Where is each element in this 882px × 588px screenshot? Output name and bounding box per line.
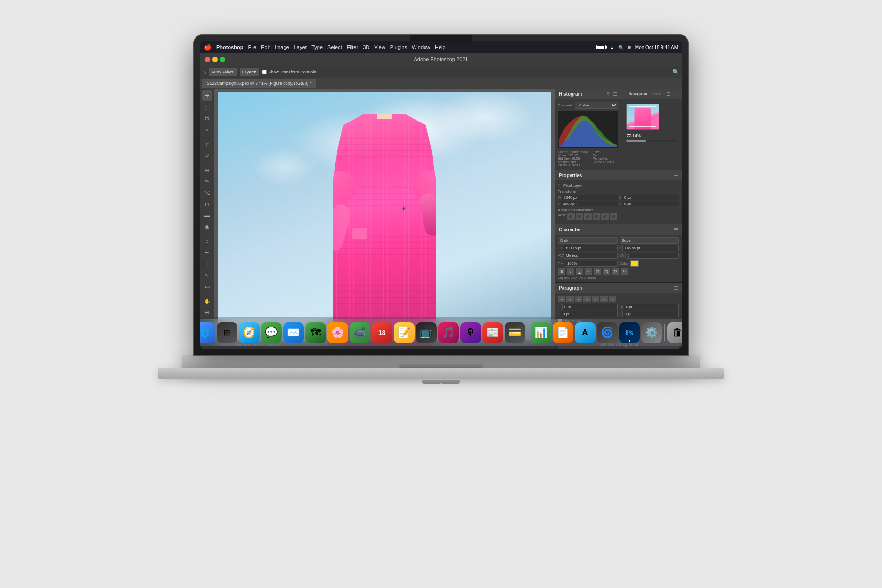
- show-transform-label[interactable]: Show Transform Controls: [262, 70, 316, 74]
- font-size-input[interactable]: 190.15 pt: [563, 245, 618, 251]
- smallcaps-button[interactable]: Tt: [603, 268, 610, 275]
- show-transform-checkbox[interactable]: [262, 70, 267, 74]
- fullscreen-button[interactable]: [220, 57, 225, 62]
- dock-mail[interactable]: ✉️: [283, 322, 304, 343]
- align-bottom-button[interactable]: ⬛: [610, 213, 617, 220]
- justify-right-button[interactable]: ≡: [600, 296, 608, 302]
- menubar-app-name[interactable]: Photoshop: [216, 44, 243, 50]
- dock-photoshop[interactable]: Ps: [619, 322, 640, 343]
- strikethrough-button[interactable]: S̶: [585, 268, 592, 275]
- align-right-button[interactable]: ⬛: [584, 213, 592, 220]
- align-middle-button[interactable]: ⬛: [601, 213, 609, 220]
- dock-numbers[interactable]: 📊: [531, 322, 551, 343]
- close-button[interactable]: [205, 57, 210, 62]
- dock-notes[interactable]: 📝: [394, 322, 415, 343]
- menubar-layer[interactable]: Layer: [294, 44, 307, 50]
- font-family-select[interactable]: Druk: [558, 237, 618, 244]
- align-left-para-button[interactable]: ≡: [558, 296, 565, 302]
- justify-left-button[interactable]: ≡: [583, 296, 591, 302]
- blur-tool[interactable]: ◉: [202, 221, 212, 232]
- kerning-select[interactable]: Metrics: [564, 253, 617, 259]
- align-left-button[interactable]: ⬛: [567, 213, 575, 220]
- align-right-para-button[interactable]: ≡: [575, 296, 582, 302]
- menubar-filter[interactable]: Filter: [347, 44, 358, 50]
- font-style-select[interactable]: Super: [620, 237, 679, 244]
- dock-calendar[interactable]: 18: [372, 322, 392, 343]
- canvas-area[interactable]: + 77.14% 2640 px x 3300 px (300 ppi): [214, 89, 555, 349]
- tab-navigator[interactable]: Navigator: [625, 91, 651, 96]
- italic-button[interactable]: I: [567, 268, 574, 275]
- menubar-select[interactable]: Select: [327, 44, 342, 50]
- path-select-tool[interactable]: ↖: [202, 270, 212, 280]
- marquee-tool[interactable]: ⬚: [202, 102, 212, 112]
- dock-systemprefs[interactable]: ⚙️: [641, 322, 662, 343]
- dock-appletv[interactable]: 📺: [416, 322, 437, 343]
- navigator-menu-icon[interactable]: ☰: [666, 91, 670, 97]
- width-value[interactable]: 2640 px: [562, 195, 618, 200]
- menubar-edit[interactable]: Edit: [261, 44, 270, 50]
- subscript-button[interactable]: T₁: [621, 268, 628, 275]
- clone-tool[interactable]: ⌥: [202, 188, 212, 198]
- align-center-para-button[interactable]: ≡: [566, 296, 574, 302]
- menubar-window[interactable]: Window: [412, 44, 430, 50]
- height-value[interactable]: 3300 px: [561, 201, 618, 206]
- magic-wand-tool[interactable]: ✧: [202, 124, 212, 135]
- auto-select-button[interactable]: Auto-Select:: [209, 68, 237, 76]
- bold-button[interactable]: B: [558, 268, 565, 275]
- histogram-header[interactable]: Histogram ↻ ☰: [555, 89, 621, 99]
- apple-logo-icon[interactable]: 🍎: [204, 44, 212, 51]
- dock-pages[interactable]: 📄: [553, 322, 573, 343]
- shape-tool[interactable]: ▭: [202, 281, 212, 292]
- indent-left-input[interactable]: 0 pt: [562, 304, 618, 310]
- properties-menu-icon[interactable]: ☰: [674, 173, 678, 178]
- menubar-help[interactable]: Help: [435, 44, 446, 50]
- type-tool[interactable]: T: [202, 259, 212, 269]
- hand-tool[interactable]: ✋: [202, 296, 212, 306]
- eraser-tool[interactable]: ◻: [202, 199, 212, 209]
- dock-trash[interactable]: 🗑: [667, 322, 682, 343]
- menubar-plugins[interactable]: Plugins: [390, 44, 407, 50]
- menubar-file[interactable]: File: [248, 44, 256, 50]
- tab-info[interactable]: Info: [651, 91, 664, 96]
- menubar-3d[interactable]: 3D: [363, 44, 369, 50]
- dock-monterey[interactable]: 🌀: [597, 322, 618, 343]
- justify-center-button[interactable]: ≡: [592, 296, 599, 302]
- dock-finder[interactable]: 🌐: [200, 322, 215, 343]
- properties-header[interactable]: Properties ☰: [555, 170, 682, 180]
- pen-tool[interactable]: ✒: [202, 247, 212, 258]
- histogram-menu-icon[interactable]: ☰: [613, 91, 617, 97]
- gradient-tool[interactable]: ▬: [202, 210, 212, 220]
- paragraph-header[interactable]: Paragraph ☰: [555, 283, 682, 293]
- leading-input[interactable]: 145.59 pt: [622, 245, 679, 251]
- layer-dropdown[interactable]: Layer ▼: [240, 68, 259, 76]
- menubar-type[interactable]: Type: [311, 44, 323, 50]
- character-menu-icon[interactable]: ☰: [674, 227, 678, 232]
- minimize-button[interactable]: [212, 57, 218, 62]
- dock-messages[interactable]: 💬: [261, 322, 282, 343]
- home-icon[interactable]: ⌂: [203, 69, 206, 75]
- scale-h-input[interactable]: 100%: [565, 261, 618, 267]
- histogram-refresh-icon[interactable]: ↻: [607, 91, 611, 97]
- zoom-tool[interactable]: ⊕: [202, 307, 212, 318]
- lasso-tool[interactable]: ᗢ: [202, 113, 212, 123]
- search-ps-icon[interactable]: 🔍: [672, 69, 679, 75]
- dock-safari[interactable]: 🧭: [239, 322, 260, 343]
- crop-tool[interactable]: ⌗: [202, 139, 212, 149]
- dock-launchpad[interactable]: ⊞: [217, 322, 237, 343]
- dock-podcasts[interactable]: 🎙: [460, 322, 481, 343]
- dock-facetime[interactable]: 📹: [350, 322, 370, 343]
- text-color-swatch[interactable]: [630, 260, 639, 267]
- superscript-button[interactable]: T¹: [612, 268, 619, 275]
- dock-photos[interactable]: 🌸: [327, 322, 348, 343]
- dock-news[interactable]: 📰: [482, 322, 503, 343]
- character-header[interactable]: Character ☰: [555, 224, 682, 235]
- canvas-tab[interactable]: S522Campaign16.psd @ 77.1% (Figure copy,…: [202, 79, 316, 88]
- control-center-icon[interactable]: ⊞: [628, 45, 631, 50]
- underline-button[interactable]: U: [576, 268, 583, 275]
- dock-maps[interactable]: 🗺: [305, 322, 326, 343]
- healing-tool[interactable]: ⊕: [202, 165, 212, 175]
- paragraph-menu-icon[interactable]: ☰: [674, 286, 678, 291]
- menubar-image[interactable]: Image: [275, 44, 289, 50]
- x-value[interactable]: 0 px: [622, 195, 679, 200]
- align-top-button[interactable]: ⬛: [593, 213, 600, 220]
